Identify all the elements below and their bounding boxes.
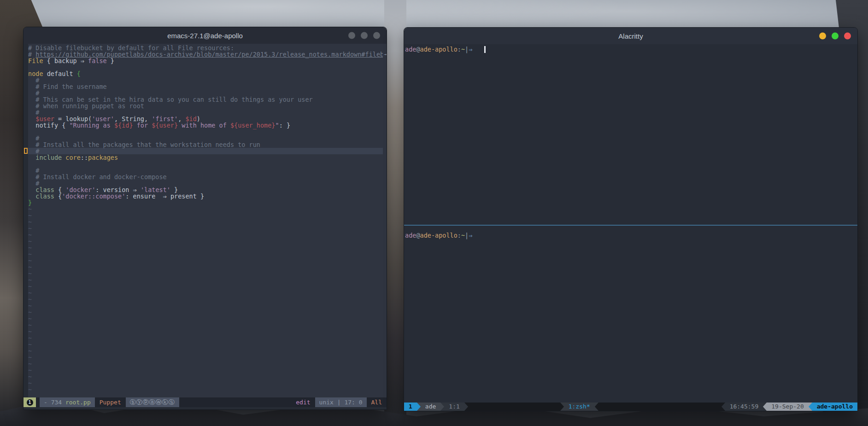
prompt-token: ~ (461, 232, 465, 239)
powerline-arrow-icon (809, 403, 812, 411)
code-line[interactable]: # Find the username (28, 83, 383, 90)
code-line[interactable]: # Install docker and docker-compose (28, 174, 383, 180)
code-token: ${user_home} (230, 122, 276, 129)
powerline-arrow-icon (464, 403, 468, 411)
close-button[interactable] (373, 32, 380, 39)
code-area[interactable]: # Disable filebucket by default for all … (28, 44, 383, 397)
empty-line-tilde: ~ (28, 296, 383, 303)
prompt-token: @ (416, 46, 420, 53)
code-line[interactable]: notify { "Running as ${id} for ${user} w… (28, 122, 383, 128)
empty-line-tilde: ~ (28, 315, 383, 322)
prompt-token: : (457, 46, 461, 53)
empty-line-tilde: ~ (28, 219, 383, 225)
text-cursor (24, 148, 28, 154)
code-line[interactable]: # https://github.com/puppetlabs/docs-arc… (28, 51, 383, 58)
maximize-button[interactable] (361, 32, 368, 39)
code-line[interactable]: class { 'docker': version ⇒ 'latest' } (28, 187, 383, 193)
emacs-window[interactable]: emacs-27.1@ade-apollo # Disable filebuck… (23, 27, 387, 410)
emacs-buffer[interactable]: # Disable filebucket by default for all … (23, 44, 387, 397)
code-line[interactable]: # (28, 167, 383, 174)
minimize-button[interactable] (348, 32, 355, 39)
code-token: { backup ⇒ (43, 57, 88, 64)
code-line[interactable] (28, 128, 383, 135)
empty-line-tilde: ~ (28, 238, 383, 245)
code-line[interactable]: File { backup ⇒ false } (28, 58, 383, 64)
empty-line-tilde: ~ (28, 290, 383, 296)
code-line[interactable]: # (28, 148, 383, 154)
code-line[interactable]: # (28, 90, 383, 96)
empty-line-tilde: ~ (28, 277, 383, 283)
empty-line-tilde: ~ (28, 257, 383, 264)
modeline-position-block: - 734 root.pp (40, 397, 95, 407)
empty-line-tilde: ~ (28, 245, 383, 251)
empty-line-tilde: ~ (28, 309, 383, 315)
code-line[interactable]: # (28, 77, 383, 83)
tmux-status-bar: 1ade1:11:zsh*16:45:5919-Sep-20ade-apollo (404, 403, 857, 411)
powerline-arrow-icon (417, 403, 421, 411)
prompt-token: @ (416, 232, 420, 239)
tmux-segment-1-zsh-: 1:zsh* (564, 403, 595, 411)
tmux-segment-filler (468, 403, 560, 411)
code-line[interactable]: # (28, 135, 383, 141)
code-token: : ensure ⇒ present } (125, 193, 204, 200)
shell-prompt[interactable]: ade@ade-apollo:~|⇒ (405, 45, 857, 53)
empty-line-tilde: ~ (28, 303, 383, 309)
terminal-cursor (484, 46, 486, 53)
code-token: false (88, 57, 107, 64)
maximize-button[interactable] (832, 33, 839, 40)
code-token: : } (279, 122, 290, 129)
emacs-titlebar[interactable]: emacs-27.1@ade-apollo (23, 27, 387, 44)
alacritty-window-title: Alacritty (618, 32, 643, 40)
alacritty-window-buttons (819, 33, 851, 40)
modeline-major-mode[interactable]: Puppet (100, 399, 121, 406)
line-continuation-icon: → (384, 51, 387, 58)
modeline-encoding-position: unix | 17: 0 (315, 397, 367, 407)
desktop: emacs-27.1@ade-apollo # Disable filebuck… (0, 0, 868, 426)
powerline-arrow-icon (440, 403, 444, 411)
tmux-segment-16-45-59: 16:45:59 (725, 403, 763, 411)
code-line[interactable] (28, 64, 383, 70)
empty-line-tilde: ~ (28, 251, 383, 257)
tmux-segment-filler (598, 403, 721, 411)
empty-line-tilde: ~ (28, 270, 383, 277)
code-line[interactable]: class {'docker::compose': ensure ⇒ prese… (28, 193, 383, 199)
prompt-token: ade-apollo (420, 46, 457, 53)
close-button[interactable] (844, 33, 851, 40)
code-line[interactable]: node default { (28, 70, 383, 77)
code-line[interactable]: # This can be set in the hira data so yo… (28, 96, 383, 103)
prompt-token: ⇒ (469, 232, 472, 239)
code-line[interactable]: # Disable filebucket by default for all … (28, 45, 383, 51)
minimize-button[interactable] (819, 33, 826, 40)
empty-line-tilde: ~ (28, 328, 383, 335)
code-line[interactable]: } (28, 199, 383, 206)
tmux-pane-bottom[interactable]: ade@ade-apollo:~|⇒ (404, 226, 857, 403)
prompt-token: ⇒ (469, 46, 472, 53)
code-line[interactable]: # when running puppet as root (28, 103, 383, 109)
empty-line-tilde: ~ (28, 335, 383, 341)
modeline-position: - 734 (44, 399, 65, 406)
powerline-arrow-icon (721, 403, 725, 411)
modeline-minor-modes[interactable]: ⓢⓨⓟⓐⓦⓚⓈ (126, 397, 179, 407)
code-token: default (43, 70, 77, 77)
code-line[interactable]: include core::packages (28, 154, 383, 161)
alacritty-window[interactable]: Alacritty ade@ade-apollo:~|⇒ ade@ade-apo… (404, 27, 858, 411)
tmux-pane-top[interactable]: ade@ade-apollo:~|⇒ (404, 44, 857, 225)
alacritty-titlebar[interactable]: Alacritty (404, 28, 857, 44)
empty-line-tilde: ~ (28, 380, 383, 386)
prompt-token: | (465, 46, 469, 53)
shell-prompt[interactable]: ade@ade-apollo:~|⇒ (405, 231, 857, 239)
code-token: ${user} (152, 122, 178, 129)
code-token: for (133, 122, 152, 129)
code-line[interactable]: # Install all the packages that the work… (28, 141, 383, 148)
code-token: # Find the username (28, 83, 107, 90)
code-line[interactable]: $user = lookup('user', String, 'first', … (28, 116, 383, 122)
code-line[interactable]: # (28, 180, 383, 187)
code-token: class (35, 193, 54, 200)
code-line[interactable]: # (28, 109, 383, 116)
empty-line-tilde: ~ (28, 206, 383, 212)
window-number-icon: 1 (27, 399, 33, 406)
terminal-body[interactable]: ade@ade-apollo:~|⇒ ade@ade-apollo:~|⇒ 1a… (404, 44, 857, 411)
code-token: 'docker::compose' (62, 193, 125, 200)
powerline-arrow-icon (763, 403, 767, 411)
code-line[interactable] (28, 161, 383, 167)
